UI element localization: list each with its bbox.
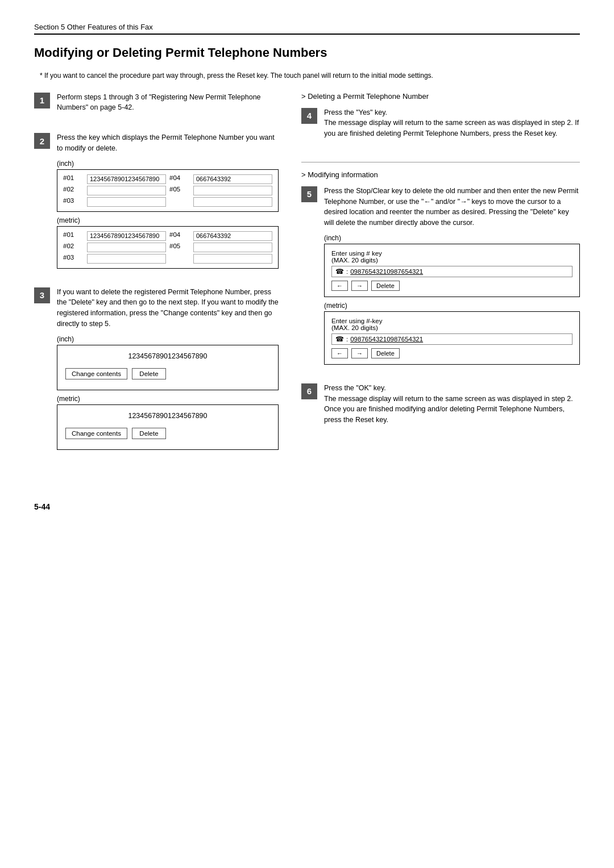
metric-label-step5: (metric) xyxy=(324,302,580,310)
enter-box-inch: Enter using # key (MAX. 20 digits) ☎ : 0… xyxy=(324,244,580,297)
phone-number-metric: 09876543210987654321 xyxy=(350,336,423,343)
row2-label2: #05 xyxy=(169,186,190,195)
note: * If you want to cancel the procedure pa… xyxy=(34,72,580,80)
display-number-metric: 12345678901234567890 xyxy=(65,412,270,420)
delete-btn-inch-step5[interactable]: Delete xyxy=(371,281,400,291)
step-5-number: 5 xyxy=(301,186,317,202)
inch-label-step5: (inch) xyxy=(324,234,580,242)
metric-label-step2: (metric) xyxy=(57,216,279,224)
phone-table-inch-step2: #01 12345678901234567890 #04 0667643392 … xyxy=(57,169,279,212)
step-6-number: 6 xyxy=(301,383,317,399)
row3-val2-empty xyxy=(193,197,272,207)
inch-label-step3: (inch) xyxy=(57,335,279,343)
display-inch-step3: 12345678901234567890 Change contents Del… xyxy=(57,345,279,390)
row1-label1: #01 xyxy=(63,174,84,184)
phone-display-metric: ☎ : 09876543210987654321 xyxy=(331,333,572,345)
display-metric-step3: 12345678901234567890 Change contents Del… xyxy=(57,404,279,450)
step-4-number: 4 xyxy=(301,108,317,124)
row1-val1: 12345678901234567890 xyxy=(87,174,166,184)
row1-val2: 0667643392 xyxy=(193,174,272,184)
m-row2-label2: #05 xyxy=(169,243,190,252)
step-6-text: Press the "OK" key. The message display … xyxy=(324,383,580,425)
enter-label-inch: Enter using # key (MAX. 20 digits) xyxy=(331,250,572,264)
step-1-number: 1 xyxy=(34,93,50,108)
step-3-text: If you want to delete the registered Per… xyxy=(57,287,279,329)
right-btn-inch[interactable]: → xyxy=(351,281,368,291)
step-3: 3 If you want to delete the registered P… xyxy=(34,287,279,454)
m-row3-val1 xyxy=(87,254,166,264)
m-row1-label1: #01 xyxy=(63,231,84,241)
change-contents-btn-inch[interactable]: Change contents xyxy=(65,368,127,379)
left-btn-inch[interactable]: ← xyxy=(331,281,348,291)
step-4-text: Press the "Yes" key. The message display… xyxy=(324,107,580,139)
step-4-header: > Deleting a Permit Telephone Number xyxy=(301,92,580,101)
delete-btn-metric-step3[interactable]: Delete xyxy=(132,428,166,439)
page-title: Modifying or Deleting Permit Telephone N… xyxy=(34,45,580,61)
phone-colon-inch: : xyxy=(346,268,348,275)
section-header: Section 5 Other Features of this Fax xyxy=(34,23,580,35)
m-row3-label1: #03 xyxy=(63,254,84,264)
phone-icon-inch: ☎ xyxy=(335,268,344,276)
display-number-inch: 12345678901234567890 xyxy=(65,352,270,360)
row2-val1 xyxy=(87,186,166,195)
phone-colon-metric: : xyxy=(346,336,348,343)
enter-label-metric: Enter using #-key (MAX. 20 digits) xyxy=(331,318,572,331)
row1-label2: #04 xyxy=(169,174,190,184)
row3-label2-empty xyxy=(169,197,190,207)
enter-box-metric: Enter using #-key (MAX. 20 digits) ☎ : 0… xyxy=(324,311,580,365)
m-row2-val1 xyxy=(87,243,166,252)
m-row3-label2-empty xyxy=(169,254,190,264)
row3-label1: #03 xyxy=(63,197,84,207)
left-btn-metric[interactable]: ← xyxy=(331,348,348,358)
row3-val1 xyxy=(87,197,166,207)
step-2: 2 Press the key which displays the Permi… xyxy=(34,132,279,273)
step-3-number: 3 xyxy=(34,287,50,303)
metric-label-step3: (metric) xyxy=(57,395,279,403)
step-4: 4 Press the "Yes" key. The message displ… xyxy=(301,107,580,145)
step-5-header: > Modifying information xyxy=(301,170,580,179)
phone-icon-metric: ☎ xyxy=(335,335,344,343)
step-1-text: Perform steps 1 through 3 of "Registerin… xyxy=(57,92,279,114)
m-row2-label1: #02 xyxy=(63,243,84,252)
step-5: 5 Press the Stop/Clear key to delete the… xyxy=(301,186,580,369)
step-2-text: Press the key which displays the Permit … xyxy=(57,132,279,154)
m-row3-val2-empty xyxy=(193,254,272,264)
delete-btn-inch-step3[interactable]: Delete xyxy=(132,368,166,379)
phone-table-metric-step2: #01 12345678901234567890 #04 0667643392 … xyxy=(57,226,279,269)
row2-label1: #02 xyxy=(63,186,84,195)
row2-val2 xyxy=(193,186,272,195)
right-btn-metric[interactable]: → xyxy=(351,348,368,358)
m-row1-val2: 0667643392 xyxy=(193,231,272,241)
m-row2-val2 xyxy=(193,243,272,252)
delete-btn-metric-step5[interactable]: Delete xyxy=(371,348,400,358)
page-number: 5-44 xyxy=(34,502,580,511)
m-row1-label2: #04 xyxy=(169,231,190,241)
inch-label-step2: (inch) xyxy=(57,160,279,168)
phone-display-inch: ☎ : 09876543210987654321 xyxy=(331,266,572,277)
phone-number-inch: 09876543210987654321 xyxy=(350,268,423,275)
change-contents-btn-metric[interactable]: Change contents xyxy=(65,428,127,439)
step-2-number: 2 xyxy=(34,133,50,149)
step-5-text: Press the Stop/Clear key to delete the o… xyxy=(324,186,580,228)
m-row1-val1: 12345678901234567890 xyxy=(87,231,166,241)
step-1: 1 Perform steps 1 through 3 of "Register… xyxy=(34,92,279,119)
step-6: 6 Press the "OK" key. The message displa… xyxy=(301,383,580,431)
